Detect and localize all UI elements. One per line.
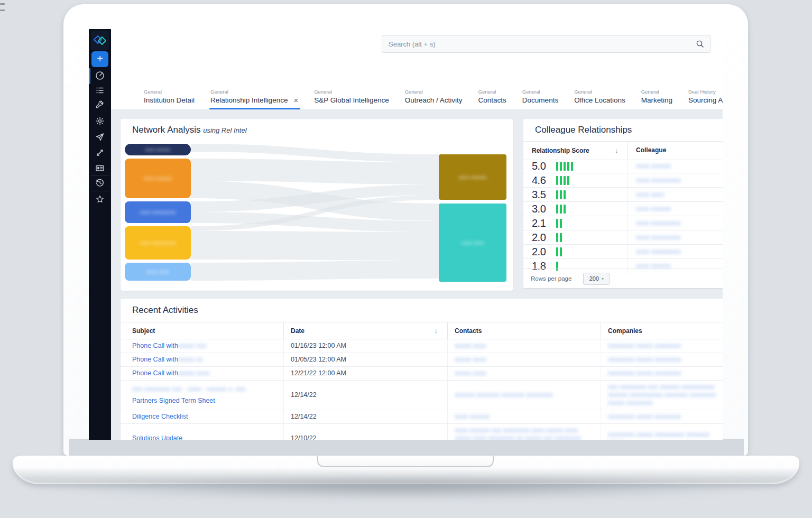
contact-link[interactable]: xxxxx xxxx <box>455 342 486 350</box>
close-tab-icon[interactable]: × <box>293 98 298 103</box>
subject-cell[interactable]: Diligence Checklist <box>121 410 283 423</box>
table-row[interactable]: Phone Call with xxxxx xxx01/16/23 12:00 … <box>121 339 723 353</box>
table-row[interactable]: 2.1xxxx xxxxxxxxx <box>523 216 723 230</box>
tab-documents[interactable]: GeneralDocuments <box>522 89 558 109</box>
subject-link[interactable]: Phone Call with <box>132 356 178 364</box>
subject-link[interactable]: Phone Call with <box>132 369 178 377</box>
tab-label: Office Locations <box>574 96 625 104</box>
sidebar-item-send[interactable] <box>89 130 111 144</box>
colleague-link[interactable]: xxxx xxxxxx <box>636 205 671 212</box>
search-icon[interactable] <box>696 40 704 48</box>
desktop-background: + <box>0 0 812 518</box>
subject-link[interactable]: xxx xxxxxxxx xxx - xxxx - xxxxxx x. xxx <box>132 385 246 393</box>
tab-office-locations[interactable]: GeneralOffice Locations <box>574 89 625 109</box>
table-row[interactable]: 5.0xxxx xxxxxx <box>523 159 723 173</box>
sidebar-item-relationships[interactable] <box>89 145 111 160</box>
tab-category: General <box>522 89 558 95</box>
sankey-node-left-4[interactable]: xxxx xxxx <box>125 263 191 281</box>
sankey-node-left-0[interactable]: xxxx xxxxxx <box>125 144 191 155</box>
sidebar-item-lists[interactable] <box>89 83 111 98</box>
colleague-link[interactable]: xxxx xxxxxxxxx <box>636 219 681 227</box>
company-link[interactable]: xxx xxxxxxxx xxx xxxxxx xxxxxxxxxx xxxxx… <box>608 383 716 407</box>
column-contacts[interactable]: Contacts <box>447 322 601 339</box>
sort-desc-icon[interactable]: ↓ <box>435 327 438 335</box>
contact-link[interactable]: xxxxxx xxxxxxx xxxxxxx xxxxxxxx <box>455 391 552 399</box>
colleague-link[interactable]: xxxx xxxxxxxxx <box>636 234 681 241</box>
contact-link[interactable]: xxxxx xxxx <box>455 369 486 377</box>
colleague-link[interactable]: xxxx xxxx <box>636 191 664 198</box>
subject-cell[interactable]: xxx xxxxxxxx xxx - xxxx - xxxxxx x. xxx … <box>121 381 283 410</box>
score-cell: 2.0 <box>523 246 627 258</box>
score-bar <box>564 205 566 214</box>
add-button[interactable]: + <box>91 51 108 67</box>
column-subject[interactable]: Subject <box>121 322 283 339</box>
column-colleague[interactable]: Colleague <box>627 142 723 160</box>
colleague-link[interactable]: xxxx xxxxxxxxx <box>636 248 681 255</box>
subject-link[interactable]: xxxxx xxx <box>178 342 206 350</box>
sidebar-item-history[interactable] <box>89 175 111 190</box>
relationship-score-value: 2.0 <box>532 246 551 258</box>
subject-link[interactable]: xxxxx xx <box>178 356 203 364</box>
contact-link[interactable]: xxxxx xxxx <box>455 356 486 364</box>
search-input[interactable] <box>382 40 696 48</box>
sankey-link[interactable] <box>191 231 439 261</box>
table-row[interactable]: 4.6xxxx xxxxxxxxx <box>523 173 723 188</box>
sankey-node-right-1[interactable]: xxxx xxxx <box>439 204 506 282</box>
table-row[interactable]: Solutions Update12/10/22xxxx xxxxxx xxx … <box>121 424 723 440</box>
subject-cell[interactable]: Phone Call with xxxxx xxxx <box>121 367 283 380</box>
column-relationship-score[interactable]: Relationship Score↓ <box>523 142 627 160</box>
table-row[interactable]: 3.5xxxx xxxx <box>523 188 723 202</box>
score-bar <box>560 247 562 256</box>
sankey-node-right-0[interactable]: xxxx xxxxxx <box>439 154 506 200</box>
table-row[interactable]: 2.0xxxx xxxxxxxxx <box>523 230 723 245</box>
subject-cell[interactable]: Solutions Update <box>121 424 283 440</box>
table-row[interactable]: Diligence Checklist12/14/22xxxx xxxxxxxx… <box>121 410 723 424</box>
tab-sourcing-analysis[interactable]: Deal HistorySourcing Analysis <box>688 89 723 109</box>
colleague-link[interactable]: xxxx xxxxxxxxx <box>636 177 681 184</box>
table-row[interactable]: xxx xxxxxxxx xxx - xxxx - xxxxxx x. xxx … <box>121 381 723 410</box>
table-row[interactable]: 3.0xxxx xxxxxx <box>523 202 723 216</box>
colleague-link[interactable]: xxxx xxxxxx <box>636 162 671 170</box>
sankey-link[interactable] <box>191 261 439 281</box>
sankey-node-left-1[interactable]: xxxx xxxxxx <box>125 159 191 198</box>
company-link[interactable]: xxxxxxxx xxxxx xxxxxxxx <box>608 369 681 377</box>
sidebar-item-contact-card[interactable] <box>89 161 111 175</box>
sidebar-item-dashboard[interactable] <box>89 68 111 83</box>
subject-link[interactable]: Solutions Update <box>132 434 182 440</box>
company-link[interactable]: xxxxxxxx xxxxx xxxxxxxx <box>608 413 681 421</box>
subject-link[interactable]: Phone Call with <box>132 342 178 350</box>
sankey-node-left-3[interactable]: xxxx xxxxxxxxx <box>125 226 191 260</box>
tab-s&p-global-intelligence[interactable]: GeneralS&P Global Intelligence <box>314 89 389 109</box>
subject-link[interactable]: Diligence Checklist <box>132 413 188 421</box>
table-row[interactable]: Phone Call with xxxxx xxxx12/21/22 12:00… <box>121 367 723 381</box>
tab-marketing[interactable]: GeneralMarketing <box>641 89 672 109</box>
company-link[interactable]: xxxxxxxx xxxxx xxxxxxxx <box>608 356 681 364</box>
rows-per-page-select[interactable]: 200 ▾ <box>583 273 610 285</box>
sankey-node-left-2[interactable]: xxxx xxxxxxxxx <box>125 201 191 223</box>
table-row[interactable]: 2.0xxxx xxxxxxxxx <box>523 245 723 259</box>
subject-cell[interactable]: Phone Call with xxxxx xx <box>121 353 283 366</box>
tab-relationship-intelligence[interactable]: GeneralRelationship Intelligence× <box>210 89 298 109</box>
column-date[interactable]: Date ↓ <box>283 322 447 339</box>
contact-link[interactable]: xxxx xxxxxx xxx xxxxxxxx xxxx xxxxx xxxx… <box>455 427 594 440</box>
subject-cell[interactable]: Phone Call with xxxxx xxx <box>121 339 283 353</box>
table-row[interactable]: Phone Call with xxxxx xx01/05/23 12:00 A… <box>121 353 723 367</box>
contact-link[interactable]: xxxx xxxxxx <box>455 413 490 421</box>
column-companies[interactable]: Companies <box>601 322 723 339</box>
sidebar-item-tools[interactable] <box>89 98 111 113</box>
sankey-diagram[interactable]: xxxx xxxxxxxxxx xxxxxxxxxx xxxxxxxxxxxxx… <box>121 119 513 291</box>
sidebar-item-favorites[interactable] <box>89 192 111 207</box>
app-logo[interactable] <box>91 31 109 50</box>
sort-desc-icon[interactable]: ↓ <box>615 146 619 154</box>
tab-contacts[interactable]: GeneralContacts <box>478 89 506 109</box>
tab-outreach-activity[interactable]: GeneralOutreach / Activity <box>405 89 463 109</box>
global-search[interactable] <box>382 35 710 53</box>
subject-link[interactable]: xxxxx xxxx <box>178 369 210 377</box>
tab-institution-detail[interactable]: GeneralInstitution Detail <box>144 89 195 109</box>
company-link[interactable]: xxxxxxxx xxxxx xxxxxxxx <box>608 342 681 350</box>
subject-link[interactable]: Partners Signed Term Sheet <box>132 397 215 405</box>
contact-card-icon <box>95 163 105 173</box>
company-link[interactable]: xxxxxxxx xxxxx xxxxxxxxx xxxxxxx xxxxx <box>608 431 716 440</box>
sankey-link[interactable] <box>191 159 439 184</box>
sidebar-item-settings[interactable] <box>89 114 111 128</box>
